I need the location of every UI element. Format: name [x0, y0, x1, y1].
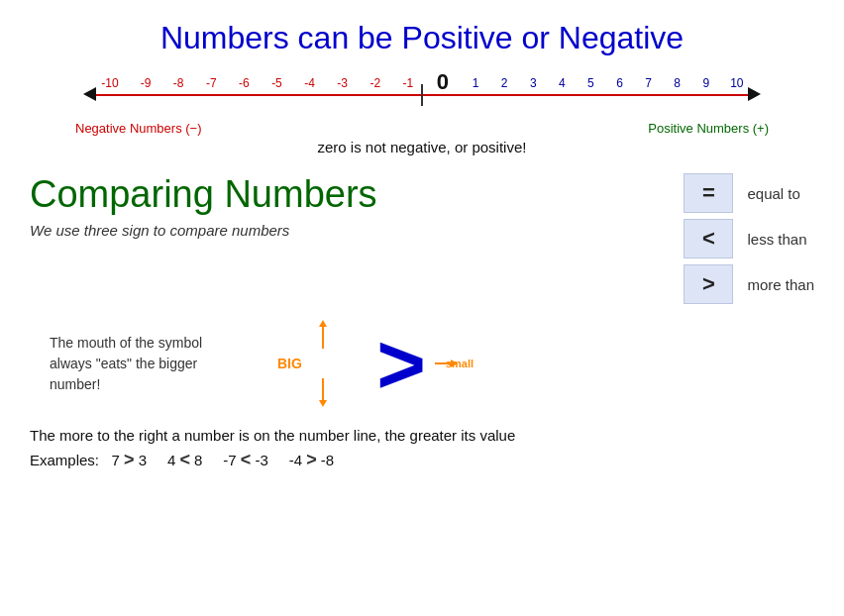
- symbols-box: = equal to < less than > more than: [684, 173, 814, 304]
- example-1: 7 > 3 4 < 8 -7 < -3 -4 > -8: [103, 452, 334, 468]
- equal-symbol: =: [684, 173, 733, 213]
- mouth-text: The mouth of the symbol always "eats" th…: [50, 333, 248, 395]
- neg-pos-labels: Negative Numbers (−) Positive Numbers (+…: [75, 121, 769, 136]
- num--3: -3: [331, 76, 355, 95]
- negative-label: Negative Numbers (−): [75, 121, 202, 136]
- num--1: -1: [396, 76, 420, 95]
- symbol-row-less: < less than: [684, 219, 814, 258]
- comparing-title: Comparing Numbers: [30, 173, 664, 216]
- bottom-arrow: [319, 378, 327, 407]
- positive-label: Positive Numbers (+): [648, 121, 769, 136]
- num--2: -2: [364, 76, 387, 95]
- num-1: 1: [466, 76, 485, 95]
- bottom-text: The more to the right a number is on the…: [30, 427, 814, 444]
- num-10: 10: [725, 76, 749, 95]
- num-8: 8: [668, 76, 687, 95]
- top-arrow: [319, 320, 327, 349]
- num-7: 7: [639, 76, 659, 95]
- greater-than-big: >: [376, 322, 426, 406]
- num--7: -7: [199, 76, 223, 95]
- num--10: -10: [95, 76, 125, 95]
- num--9: -9: [134, 76, 158, 95]
- comparing-section: Comparing Numbers We use three sign to c…: [30, 173, 814, 304]
- equal-desc: equal to: [747, 185, 799, 202]
- num--5: -5: [264, 76, 288, 95]
- less-desc: less than: [747, 231, 806, 248]
- examples-label: Examples:: [30, 452, 99, 468]
- zero-note: zero is not negative, or positive!: [318, 139, 527, 155]
- examples-row: Examples: 7 > 3 4 < 8 -7 < -3 -4 > -8: [30, 450, 814, 470]
- big-label: BIG: [277, 356, 302, 371]
- comparing-left: Comparing Numbers We use three sign to c…: [30, 173, 664, 239]
- num-2: 2: [494, 76, 514, 95]
- num-3: 3: [523, 76, 543, 95]
- number-line-section: -10 -9 -8 -7 -6 -5 -4 -3 -2 -1 0 1 2 3 4…: [30, 74, 814, 167]
- num-0: 0: [429, 69, 457, 95]
- num--8: -8: [166, 76, 190, 95]
- main-title: Numbers can be Positive or Negative: [30, 20, 814, 56]
- mouth-section: The mouth of the symbol always "eats" th…: [50, 314, 814, 413]
- page: Numbers can be Positive or Negative -10 …: [0, 0, 844, 616]
- symbol-row-more: > more than: [684, 264, 814, 304]
- num--4: -4: [298, 76, 322, 95]
- more-desc: more than: [747, 276, 814, 293]
- symbol-row-equal: = equal to: [684, 173, 814, 213]
- right-arrow: [435, 359, 458, 367]
- num-5: 5: [580, 76, 600, 95]
- less-symbol: <: [684, 219, 733, 258]
- more-symbol: >: [684, 264, 733, 304]
- comparing-subtitle: We use three sign to compare numbers: [30, 222, 664, 239]
- num-6: 6: [610, 76, 630, 95]
- num--6: -6: [232, 76, 256, 95]
- right-arrow-icon: [748, 87, 761, 101]
- mouth-diagram: BIG > small: [277, 314, 475, 413]
- num-9: 9: [696, 76, 716, 95]
- num-4: 4: [552, 76, 572, 95]
- number-labels: -10 -9 -8 -7 -6 -5 -4 -3 -2 -1 0 1 2 3 4…: [95, 74, 749, 95]
